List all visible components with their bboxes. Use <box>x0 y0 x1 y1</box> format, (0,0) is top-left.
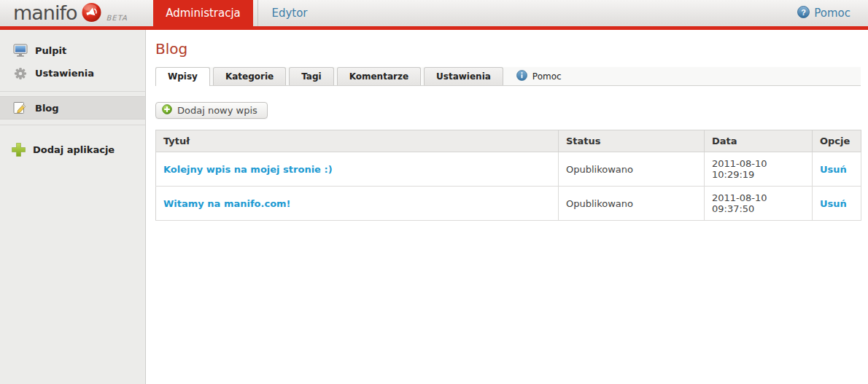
tab-kategorie[interactable]: Kategorie <box>213 67 286 85</box>
page-title: Blog <box>155 40 861 58</box>
tab-pomoc[interactable]: Pomoc <box>506 67 572 85</box>
gear-icon <box>12 67 28 80</box>
post-status: Opublikowano <box>559 187 705 221</box>
column-header-status: Status <box>559 130 705 152</box>
delete-post-link[interactable]: Usuń <box>820 198 847 209</box>
sidebar-item-dodaj-aplikacje[interactable]: Dodaj aplikacje <box>0 136 145 163</box>
add-circle-icon <box>162 104 172 117</box>
post-title-link[interactable]: Kolejny wpis na mojej stronie :) <box>163 164 333 175</box>
nav-edytor[interactable]: Edytor <box>257 0 321 26</box>
edit-icon <box>12 101 28 114</box>
beta-badge: BETA <box>106 14 128 22</box>
post-title-link[interactable]: Witamy na manifo.com! <box>163 198 291 209</box>
sidebar: Pulpit Ustawienia <box>0 30 146 384</box>
sidebar-item-pulpit[interactable]: Pulpit <box>0 39 145 62</box>
tab-komentarze[interactable]: Komentarze <box>337 67 421 85</box>
top-bar: manifo BETA <box>0 0 868 30</box>
question-icon: ? <box>797 6 810 21</box>
post-status: Opublikowano <box>559 152 705 187</box>
blog-tab-bar: Wpisy Kategorie Tagi Komentarze Ustawien… <box>155 67 861 86</box>
sidebar-item-label: Dodaj aplikacje <box>33 144 115 155</box>
posts-table: Tytuł Status Data Opcje Kolejny wpis na … <box>155 130 861 221</box>
tab-ustawienia[interactable]: Ustawienia <box>424 67 503 85</box>
nav-administracja[interactable]: Administracja <box>153 0 253 30</box>
tab-pomoc-label: Pomoc <box>532 71 562 82</box>
top-bar-background: manifo BETA <box>0 0 868 26</box>
help-label: Pomoc <box>814 7 850 20</box>
megaphone-logo-icon <box>81 2 102 26</box>
info-icon <box>516 70 527 83</box>
post-date: 2011-08-10 09:37:50 <box>705 187 813 221</box>
sidebar-item-ustawienia[interactable]: Ustawienia <box>0 62 145 85</box>
post-date: 2011-08-10 10:29:19 <box>705 152 813 187</box>
sidebar-divider <box>0 91 145 92</box>
help-link[interactable]: ? Pomoc <box>797 0 850 26</box>
table-row: Kolejny wpis na mojej stronie :) Opublik… <box>156 152 861 187</box>
column-header-opcje: Opcje <box>813 130 861 152</box>
sidebar-item-blog[interactable]: Blog <box>0 96 145 119</box>
delete-post-link[interactable]: Usuń <box>820 164 847 175</box>
svg-text:?: ? <box>801 7 806 16</box>
monitor-icon <box>12 44 28 58</box>
sidebar-divider <box>0 125 145 125</box>
column-header-tytul: Tytuł <box>156 130 559 152</box>
logo-text: manifo <box>13 0 77 26</box>
table-row: Witamy na manifo.com! Opublikowano 2011-… <box>156 187 861 221</box>
table-header-row: Tytuł Status Data Opcje <box>156 130 861 152</box>
manifo-logo[interactable]: manifo BETA <box>13 0 128 26</box>
tab-wpisy[interactable]: Wpisy <box>155 67 210 86</box>
add-new-post-label: Dodaj nowy wpis <box>177 105 257 116</box>
sidebar-item-label: Pulpit <box>35 45 66 56</box>
add-new-post-button[interactable]: Dodaj nowy wpis <box>155 102 268 119</box>
column-header-data: Data <box>705 130 813 152</box>
tab-tagi[interactable]: Tagi <box>289 67 333 85</box>
sidebar-item-label: Blog <box>35 103 59 114</box>
main-content: Blog Wpisy Kategorie Tagi Komentarze Ust… <box>146 30 868 384</box>
add-icon <box>9 142 28 157</box>
sidebar-item-label: Ustawienia <box>35 68 94 79</box>
